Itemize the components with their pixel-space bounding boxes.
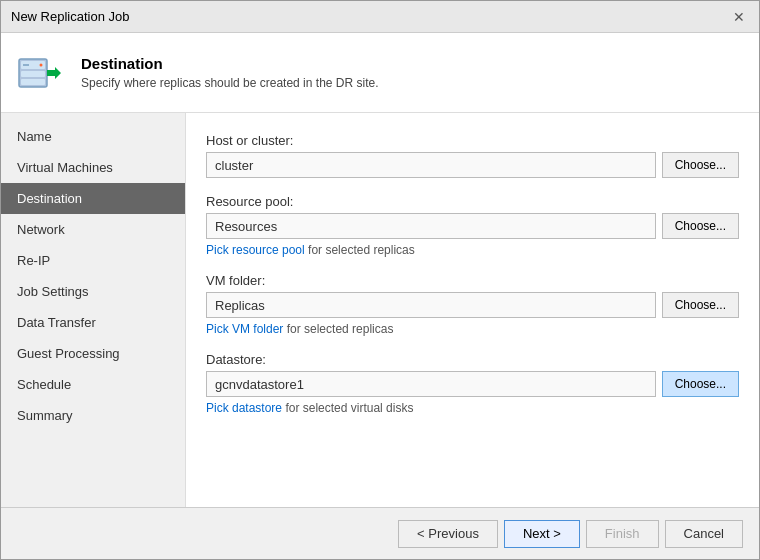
vm-folder-link[interactable]: Pick VM folder (206, 322, 283, 336)
svg-rect-5 (21, 79, 45, 85)
host-cluster-input[interactable] (206, 152, 656, 178)
datastore-link[interactable]: Pick datastore (206, 401, 282, 415)
datastore-link-suffix: for selected virtual disks (282, 401, 413, 415)
title-bar: New Replication Job ✕ (1, 1, 759, 33)
vm-folder-link-row: Pick VM folder for selected replicas (206, 322, 739, 336)
datastore-link-row: Pick datastore for selected virtual disk… (206, 401, 739, 415)
host-cluster-label: Host or cluster: (206, 133, 739, 148)
destination-icon (17, 49, 65, 97)
resource-pool-link-suffix: for selected replicas (305, 243, 415, 257)
svg-rect-4 (21, 71, 45, 77)
resource-pool-link[interactable]: Pick resource pool (206, 243, 305, 257)
sidebar-item-network[interactable]: Network (1, 214, 185, 245)
datastore-group: Datastore: Choose... Pick datastore for … (206, 352, 739, 415)
datastore-input[interactable] (206, 371, 656, 397)
sidebar-item-data-transfer[interactable]: Data Transfer (1, 307, 185, 338)
sidebar-item-summary[interactable]: Summary (1, 400, 185, 431)
sidebar-item-virtual-machines[interactable]: Virtual Machines (1, 152, 185, 183)
vm-folder-choose-button[interactable]: Choose... (662, 292, 739, 318)
close-button[interactable]: ✕ (729, 9, 749, 25)
host-cluster-row: Choose... (206, 152, 739, 178)
sidebar-item-destination[interactable]: Destination (1, 183, 185, 214)
resource-pool-link-row: Pick resource pool for selected replicas (206, 243, 739, 257)
sidebar: Name Virtual Machines Destination Networ… (1, 113, 186, 507)
sidebar-item-re-ip[interactable]: Re-IP (1, 245, 185, 276)
resource-pool-group: Resource pool: Choose... Pick resource p… (206, 194, 739, 257)
vm-folder-group: VM folder: Choose... Pick VM folder for … (206, 273, 739, 336)
cancel-button[interactable]: Cancel (665, 520, 743, 548)
svg-marker-7 (47, 73, 61, 79)
host-cluster-group: Host or cluster: Choose... (206, 133, 739, 178)
content-area: Name Virtual Machines Destination Networ… (1, 113, 759, 507)
datastore-choose-button[interactable]: Choose... (662, 371, 739, 397)
host-cluster-choose-button[interactable]: Choose... (662, 152, 739, 178)
resource-pool-row: Choose... (206, 213, 739, 239)
resource-pool-input[interactable] (206, 213, 656, 239)
vm-folder-input[interactable] (206, 292, 656, 318)
header-subtitle: Specify where replicas should be created… (81, 76, 379, 90)
next-button[interactable]: Next > (504, 520, 580, 548)
sidebar-item-name[interactable]: Name (1, 121, 185, 152)
resource-pool-choose-button[interactable]: Choose... (662, 213, 739, 239)
vm-folder-label: VM folder: (206, 273, 739, 288)
header-title: Destination (81, 55, 379, 72)
footer: < Previous Next > Finish Cancel (1, 507, 759, 559)
sidebar-item-schedule[interactable]: Schedule (1, 369, 185, 400)
sidebar-item-guest-processing[interactable]: Guest Processing (1, 338, 185, 369)
vm-folder-row: Choose... (206, 292, 739, 318)
dialog: New Replication Job ✕ Destination Specif… (0, 0, 760, 560)
finish-button[interactable]: Finish (586, 520, 659, 548)
header-text: Destination Specify where replicas shoul… (81, 55, 379, 90)
vm-folder-link-suffix: for selected replicas (283, 322, 393, 336)
resource-pool-label: Resource pool: (206, 194, 739, 209)
previous-button[interactable]: < Previous (398, 520, 498, 548)
main-form: Host or cluster: Choose... Resource pool… (186, 113, 759, 507)
datastore-label: Datastore: (206, 352, 739, 367)
svg-marker-6 (47, 67, 61, 73)
datastore-row: Choose... (206, 371, 739, 397)
sidebar-item-job-settings[interactable]: Job Settings (1, 276, 185, 307)
header-section: Destination Specify where replicas shoul… (1, 33, 759, 113)
svg-point-3 (40, 63, 43, 66)
dialog-title: New Replication Job (11, 9, 130, 24)
